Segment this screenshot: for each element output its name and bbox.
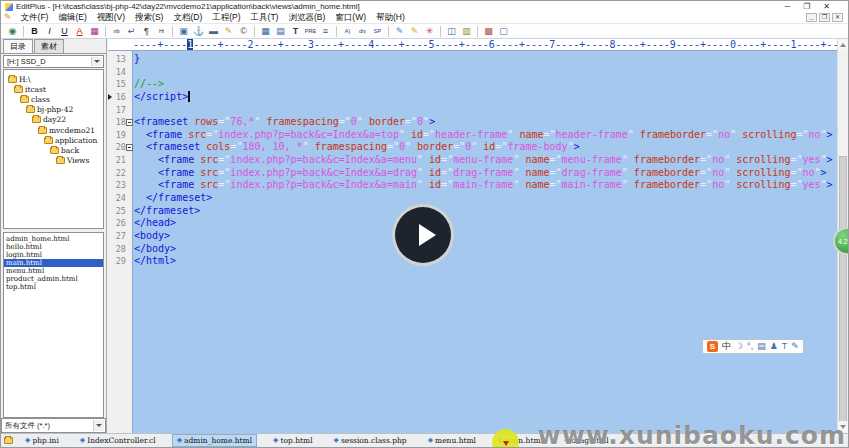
color-palette-icon[interactable]: ▦: [87, 25, 102, 38]
menu-item[interactable]: 视图(V): [92, 12, 130, 24]
fold-toggle[interactable]: [126, 116, 133, 129]
document-tab[interactable]: ◈admin_home.html: [173, 435, 256, 446]
chevron-down-icon[interactable]: [93, 420, 104, 431]
edit-script-icon[interactable]: ✎: [392, 25, 407, 38]
fullwidth-moon-icon[interactable]: ☽: [735, 341, 743, 352]
menu-item[interactable]: 窗口(W): [330, 12, 371, 24]
div-tag-icon[interactable]: div: [355, 25, 370, 38]
toolbox-icon[interactable]: ✎: [791, 341, 799, 352]
fold-gutter: [126, 78, 133, 91]
file-list-item[interactable]: hello.html: [4, 243, 103, 251]
close-button[interactable]: ✕: [823, 3, 830, 11]
code-line: 18<frameset rows="76,*" framespacing="0"…: [108, 116, 837, 129]
document-tab[interactable]: ◈session.class.php: [330, 435, 411, 446]
scrollbar-thumb[interactable]: [839, 156, 847, 424]
text-format-icon[interactable]: T: [288, 25, 303, 38]
menu-item[interactable]: 编辑(E): [53, 12, 91, 24]
underline-icon[interactable]: U: [57, 25, 72, 38]
drive-select[interactable]: [H:] SSD_D: [3, 55, 104, 68]
menu-item[interactable]: 工具(T): [246, 12, 284, 24]
fold-collapse-icon[interactable]: [126, 144, 133, 151]
soft-keyboard-icon[interactable]: ▤: [757, 341, 766, 352]
font-tag-icon[interactable]: A): [340, 25, 355, 38]
sidebar-tab-cliptext[interactable]: 素材: [34, 39, 64, 53]
document-tab[interactable]: ◈menu.html: [424, 435, 480, 446]
tree-item[interactable]: bj-php-42: [4, 105, 103, 115]
toolbar-separator: [23, 26, 24, 37]
file-list-item[interactable]: menu.html: [4, 267, 103, 275]
document-tab[interactable]: ◈php.ini: [21, 435, 63, 446]
video-play-button[interactable]: [392, 204, 454, 266]
italic-icon[interactable]: I: [42, 25, 57, 38]
horizontal-rule-icon[interactable]: ▬: [206, 25, 221, 38]
bold-icon[interactable]: B: [27, 25, 42, 38]
child-restore-button[interactable]: ❐: [819, 13, 830, 22]
list-icon[interactable]: ≡: [318, 25, 333, 38]
fold-toggle[interactable]: [126, 141, 133, 154]
table-icon[interactable]: ▦: [258, 25, 273, 38]
paragraph-icon[interactable]: ¶: [139, 25, 154, 38]
special-char-icon[interactable]: ©: [236, 25, 251, 38]
span-tag-icon[interactable]: SP: [370, 25, 385, 38]
menu-item[interactable]: 文档(D): [168, 12, 207, 24]
nbsp-icon[interactable]: nb: [109, 25, 124, 38]
tree-item[interactable]: class: [4, 94, 103, 104]
line-break-icon[interactable]: ↵: [124, 25, 139, 38]
tree-item[interactable]: Views: [4, 156, 103, 166]
file-list-item[interactable]: product_admin.html: [4, 275, 103, 283]
tree-item[interactable]: day22: [4, 115, 103, 125]
split-view-icon[interactable]: ◫: [444, 25, 459, 38]
file-list-item[interactable]: main.html: [4, 259, 103, 267]
anchor-icon[interactable]: ⚓: [191, 25, 206, 38]
marker-pen-icon[interactable]: ✎: [407, 25, 422, 38]
child-minimize-button[interactable]: ＿: [806, 13, 817, 22]
fold-collapse-icon[interactable]: [126, 119, 133, 126]
tree-item[interactable]: itcast: [4, 84, 103, 94]
file-list-item[interactable]: login.html: [4, 251, 103, 259]
skin-shirt-icon[interactable]: T: [782, 341, 788, 352]
file-list-item[interactable]: top.html: [4, 283, 103, 291]
tree-item[interactable]: mvcdemo21: [4, 125, 103, 135]
preview-window-icon[interactable]: ▢: [496, 25, 511, 38]
syntax-color-icon[interactable]: ✳: [422, 25, 437, 38]
chinese-mode-icon[interactable]: 中: [722, 341, 731, 352]
chevron-down-icon[interactable]: [91, 57, 102, 66]
sogou-logo-icon[interactable]: S: [707, 341, 718, 352]
menu-item[interactable]: 浏览器(B): [283, 12, 330, 24]
color-window-icon[interactable]: ▩: [481, 25, 496, 38]
view-in-browser-icon[interactable]: ◉: [5, 25, 20, 38]
tree-item[interactable]: H:\: [4, 74, 103, 84]
menu-item[interactable]: 帮助(H): [371, 12, 410, 24]
scroll-up-arrow-icon[interactable]: [838, 39, 848, 51]
line-number: 27: [113, 230, 126, 243]
frames-view-icon[interactable]: ▥: [459, 25, 474, 38]
account-person-icon[interactable]: ♟: [770, 341, 778, 352]
highlight-pen-icon[interactable]: ✎: [221, 25, 236, 38]
document-tab[interactable]: ◈IndexController.cl: [76, 435, 160, 446]
restore-button[interactable]: ❐: [803, 3, 810, 11]
code-text: <frameset rows="76,*" framespacing="0" b…: [133, 116, 435, 129]
font-color-icon[interactable]: A: [72, 25, 87, 38]
pre-tag-icon[interactable]: PRE: [303, 25, 318, 38]
folder-icon: [44, 137, 53, 144]
child-close-button[interactable]: ✕: [832, 13, 843, 22]
punctuation-icon[interactable]: °,: [747, 341, 753, 352]
line-number: 28: [113, 243, 126, 256]
line-marker: [108, 129, 113, 142]
document-tab[interactable]: ◈top.html: [269, 435, 316, 446]
code-editor[interactable]: 13}1415//-->16</script>1718<frameset row…: [108, 51, 837, 433]
file-type-icon: ◈: [428, 437, 433, 444]
heading-icon[interactable]: Hi: [154, 25, 169, 38]
menu-item[interactable]: 搜索(S): [130, 12, 168, 24]
file-filter-select[interactable]: 所有文件 (*.*): [1, 418, 106, 433]
image-icon[interactable]: ▣: [176, 25, 191, 38]
minimize-button[interactable]: ─: [784, 3, 790, 11]
file-list-item[interactable]: admin_home.html: [4, 235, 103, 243]
sidebar-tab-directory[interactable]: 目录: [3, 39, 33, 53]
menu-item[interactable]: 工程(P): [207, 12, 245, 24]
tree-item[interactable]: application: [4, 135, 103, 145]
fold-gutter: [126, 104, 133, 117]
tree-item[interactable]: back: [4, 145, 103, 155]
table-cell-icon[interactable]: ▤: [273, 25, 288, 38]
menu-item[interactable]: 文件(F): [16, 12, 54, 24]
